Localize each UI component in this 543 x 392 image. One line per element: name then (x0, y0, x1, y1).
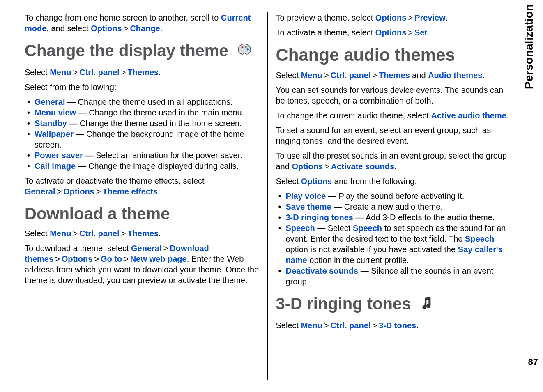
separator: > (408, 28, 413, 37)
link-ctrl-panel[interactable]: Ctrl. panel (79, 229, 120, 238)
link-standby[interactable]: Standby (35, 119, 67, 128)
link-menu[interactable]: Menu (50, 229, 71, 238)
link-deactivate-sounds[interactable]: Deactivate sounds (286, 266, 359, 275)
preview-paragraph: To preview a theme, select Options>Previ… (276, 12, 511, 23)
text: and (410, 71, 428, 80)
link-audio-themes[interactable]: Audio themes (428, 71, 482, 80)
link-options[interactable]: Options (301, 177, 332, 186)
change-audio-paragraph: To change the current audio theme, selec… (276, 110, 511, 121)
list-item: Menu view — Change the theme used in the… (27, 107, 259, 118)
separator: > (73, 229, 78, 238)
left-column: To change from one home screen to anothe… (16, 12, 268, 380)
link-options[interactable]: Options (375, 28, 407, 37)
heading-text: Change the display theme (25, 42, 228, 60)
link-general[interactable]: General (25, 187, 55, 196)
text: Select (25, 229, 50, 238)
link-go-to[interactable]: Go to (101, 254, 122, 263)
text: , and select (46, 24, 91, 33)
link-options[interactable]: Options (63, 187, 94, 196)
link-speech[interactable]: Speech (353, 224, 382, 233)
list-item: Wallpaper — Change the background image … (27, 129, 259, 150)
link-general[interactable]: General (35, 97, 65, 106)
link-activate-sounds[interactable]: Activate sounds (331, 162, 394, 171)
separator: > (57, 187, 62, 196)
link-options[interactable]: Options (292, 162, 323, 171)
text: . (159, 68, 161, 77)
text: To download a theme, select (25, 244, 131, 253)
text: . (158, 187, 160, 196)
text: and from the following: (332, 177, 417, 186)
separator: > (124, 254, 129, 263)
svg-point-0 (241, 46, 243, 48)
separator: > (55, 254, 60, 263)
audio-options-list: Play voice — Play the sound before activ… (276, 191, 511, 287)
separator: > (124, 24, 129, 33)
link-wallpaper[interactable]: Wallpaper (35, 129, 74, 138)
link-save-theme[interactable]: Save theme (286, 202, 331, 211)
text: To activate a theme, select (276, 28, 375, 37)
separator: > (163, 244, 168, 253)
heading-change-display-theme: Change the display theme (25, 41, 259, 62)
link-general[interactable]: General (131, 244, 161, 253)
text: . (427, 28, 430, 37)
list-item: Deactivate sounds — Silence all the soun… (278, 265, 511, 287)
link-preview[interactable]: Preview (414, 13, 446, 22)
display-path: Select Menu>Ctrl. panel>Themes. (25, 67, 259, 78)
palette-icon (236, 42, 253, 62)
link-menu[interactable]: Menu (301, 71, 322, 80)
link-theme-effects[interactable]: Theme effects (102, 187, 158, 196)
link-themes[interactable]: Themes (128, 229, 159, 238)
display-options-list: General — Change the theme used in all a… (25, 97, 259, 171)
list-item: General — Change the theme used in all a… (27, 97, 259, 107)
separator: > (73, 68, 78, 77)
list-item: Speech — Select Speech to set speech as … (278, 223, 511, 265)
link-themes[interactable]: Themes (379, 71, 410, 80)
link-options[interactable]: Options (62, 254, 93, 263)
text: — Change the theme used in the home scre… (67, 119, 242, 128)
link-power-saver[interactable]: Power saver (35, 151, 83, 160)
link-options[interactable]: Options (375, 13, 407, 22)
link-3d-ringing-tones[interactable]: 3-D ringing tones (286, 213, 353, 222)
download-text: To download a theme, select General>Down… (25, 243, 259, 286)
theme-effects-paragraph: To activate or deactivate the theme effe… (25, 175, 259, 197)
text: — Create a new audio theme. (331, 202, 443, 211)
separator: > (94, 254, 99, 263)
text: . (506, 111, 509, 120)
link-3d-tones[interactable]: 3-D tones (379, 321, 416, 330)
list-item: Save theme — Create a new audio theme. (278, 201, 511, 212)
link-new-web-page[interactable]: New web page (130, 254, 187, 263)
text: — Add 3-D effects to the audio theme. (353, 213, 495, 222)
activate-paragraph: To activate a theme, select Options>Set. (276, 27, 511, 38)
text: To change the current audio theme, selec… (276, 111, 431, 120)
link-play-voice[interactable]: Play voice (286, 191, 326, 201)
link-speech[interactable]: Speech (465, 234, 494, 243)
link-active-audio-theme[interactable]: Active audio theme (431, 111, 506, 120)
link-set[interactable]: Set (414, 28, 427, 37)
right-column: To preview a theme, select Options>Previ… (268, 12, 519, 380)
link-options[interactable]: Options (91, 24, 122, 33)
text: To activate or deactivate the theme effe… (25, 176, 205, 185)
text: Select (276, 71, 301, 80)
link-themes[interactable]: Themes (128, 68, 159, 77)
link-change[interactable]: Change (130, 24, 160, 33)
separator: > (96, 187, 101, 196)
link-ctrl-panel[interactable]: Ctrl. panel (331, 321, 371, 330)
link-menu[interactable]: Menu (50, 68, 71, 77)
link-call-image[interactable]: Call image (35, 161, 76, 171)
link-menu[interactable]: Menu (301, 321, 322, 330)
link-ctrl-panel[interactable]: Ctrl. panel (331, 71, 371, 80)
intro-paragraph: To change from one home screen to anothe… (25, 12, 259, 34)
heading-text: 3-D ringing tones (276, 295, 411, 313)
select-options-paragraph: Select Options and from the following: (276, 176, 511, 187)
set-sound-paragraph: To set a sound for an event, select an e… (276, 125, 511, 146)
text: To change from one home screen to anothe… (25, 13, 221, 22)
text: . (159, 229, 161, 238)
link-speech[interactable]: Speech (286, 224, 315, 233)
text: — Change the image displayed during call… (76, 161, 239, 171)
link-menu-view[interactable]: Menu view (35, 108, 76, 117)
list-item: Standby — Change the theme used in the h… (27, 118, 259, 129)
link-ctrl-panel[interactable]: Ctrl. panel (79, 68, 120, 77)
page-number: 87 (528, 357, 538, 367)
separator: > (324, 321, 329, 330)
list-item: Play voice — Play the sound before activ… (278, 191, 511, 201)
